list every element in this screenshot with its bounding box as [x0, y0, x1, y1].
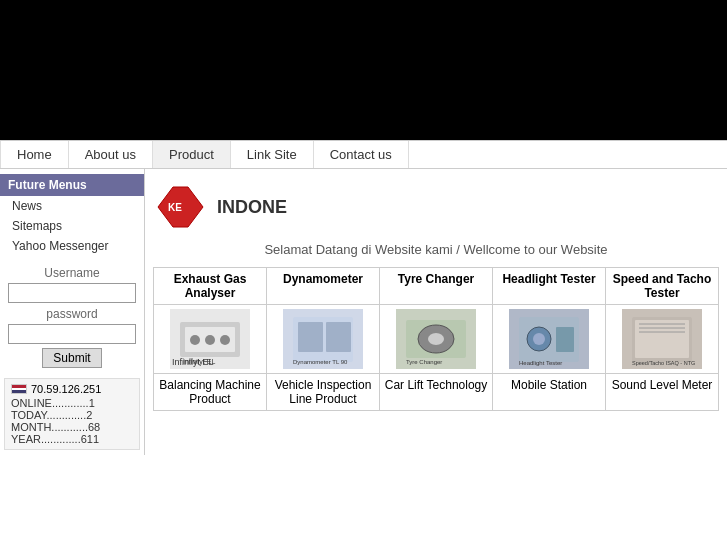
- password-label: password: [8, 307, 136, 321]
- login-section: Username password Submit: [0, 266, 144, 368]
- logo-text: INDONE: [217, 197, 287, 218]
- sidebar-news[interactable]: News: [0, 196, 144, 216]
- product-table: Exhaust Gas Analyser Dynamometer Tyre Ch…: [153, 267, 719, 411]
- nav-contact[interactable]: Contact us: [314, 141, 409, 168]
- sidebar-header: Future Menus: [0, 174, 144, 196]
- svg-text:Infinilyt EL: Infinilyt EL: [183, 358, 215, 366]
- logo-icon: KE: [153, 182, 213, 232]
- ip-address: 70.59.126.251: [31, 383, 101, 395]
- svg-rect-22: [635, 320, 689, 358]
- dynamo-image: Dynamometer TL 90: [283, 309, 363, 369]
- svg-point-5: [205, 335, 215, 345]
- stat-online: ONLINE............1: [11, 397, 133, 409]
- col-sound[interactable]: Sound Level Meter: [606, 374, 719, 411]
- headlight-image: Headlight Tester: [509, 309, 589, 369]
- stat-year: YEAR.............611: [11, 433, 133, 445]
- nav-bar: Home About us Vision & Mission Project L…: [0, 140, 727, 169]
- stat-today: TODAY.............2: [11, 409, 133, 421]
- col-mobile[interactable]: Mobile Station: [493, 374, 606, 411]
- password-input[interactable]: [8, 324, 136, 344]
- svg-rect-10: [326, 322, 351, 352]
- username-label: Username: [8, 266, 136, 280]
- product-images-row: Infinilyt EL Dynamometer TL 90: [154, 305, 719, 374]
- svg-text:Dynamometer TL 90: Dynamometer TL 90: [293, 359, 348, 365]
- flag-row: 70.59.126.251: [11, 383, 133, 395]
- svg-point-14: [428, 333, 444, 345]
- top-banner: [0, 0, 727, 140]
- nav-linksite-label: Link Site: [247, 147, 297, 162]
- sidebar: Future Menus News Sitemaps Yahoo Messeng…: [0, 169, 145, 455]
- col-headlight[interactable]: Headlight Tester: [493, 268, 606, 305]
- svg-rect-9: [298, 322, 323, 352]
- stat-month: MONTH............68: [11, 421, 133, 433]
- svg-point-6: [220, 335, 230, 345]
- logo-area: KE INDONE: [153, 177, 719, 237]
- speed-image: Speed/Tacho ISAQ - NTG: [622, 309, 702, 369]
- col-tyre[interactable]: Tyre Changer: [380, 268, 493, 305]
- nav-product-label: Product: [169, 147, 214, 162]
- flag-icon: [11, 384, 27, 394]
- cell-headlight-img[interactable]: Headlight Tester: [493, 305, 606, 374]
- username-input[interactable]: [8, 283, 136, 303]
- product-bottom-headers-row: Balancing Machine Product Vehicle Inspec…: [154, 374, 719, 411]
- nav-contact-label: Contact us: [330, 147, 392, 162]
- svg-point-4: [190, 335, 200, 345]
- nav-product[interactable]: Product Saxon Product Saxon Junkaior Pro…: [153, 141, 231, 168]
- sidebar-sitemaps[interactable]: Sitemaps: [0, 216, 144, 236]
- nav-about-label: About us: [85, 147, 136, 162]
- col-carlift[interactable]: Car Lift Technology: [380, 374, 493, 411]
- cell-speed-img[interactable]: Speed/Tacho ISAQ - NTG: [606, 305, 719, 374]
- cell-tyre-img[interactable]: Tyre Changer: [380, 305, 493, 374]
- svg-rect-19: [556, 327, 574, 352]
- sidebar-yahoo[interactable]: Yahoo Messenger: [0, 236, 144, 256]
- exhaust-image: Infinilyt EL: [170, 309, 250, 369]
- cell-exhaust-img[interactable]: Infinilyt EL: [154, 305, 267, 374]
- nav-home-label: Home: [17, 147, 52, 162]
- main-layout: Future Menus News Sitemaps Yahoo Messeng…: [0, 169, 727, 455]
- svg-point-18: [533, 333, 545, 345]
- submit-button[interactable]: Submit: [42, 348, 101, 368]
- nav-home[interactable]: Home: [0, 141, 69, 168]
- col-balancing[interactable]: Balancing Machine Product: [154, 374, 267, 411]
- svg-text:Headlight Tester: Headlight Tester: [519, 360, 562, 366]
- svg-text:Speed/Tacho ISAQ - NTG: Speed/Tacho ISAQ - NTG: [632, 360, 695, 366]
- stats-section: 70.59.126.251 ONLINE............1 TODAY.…: [4, 378, 140, 450]
- col-exhaust[interactable]: Exhaust Gas Analyser: [154, 268, 267, 305]
- nav-linksite[interactable]: Link Site Saxon Pruftechnik GmBH Saxon J…: [231, 141, 314, 168]
- col-speed[interactable]: Speed and Tacho Tester: [606, 268, 719, 305]
- tyre-image: Tyre Changer: [396, 309, 476, 369]
- svg-text:KE: KE: [168, 202, 182, 213]
- welcome-text: Selamat Datang di Website kami / Wellcom…: [153, 242, 719, 257]
- cell-dynamo-img[interactable]: Dynamometer TL 90: [267, 305, 380, 374]
- col-dynamo[interactable]: Dynamometer: [267, 268, 380, 305]
- nav-about[interactable]: About us Vision & Mission Project List M…: [69, 141, 153, 168]
- main-content: KE INDONE Selamat Datang di Website kami…: [145, 169, 727, 455]
- col-vehicle[interactable]: Vehicle Inspection Line Product: [267, 374, 380, 411]
- svg-text:Tyre Changer: Tyre Changer: [406, 359, 442, 365]
